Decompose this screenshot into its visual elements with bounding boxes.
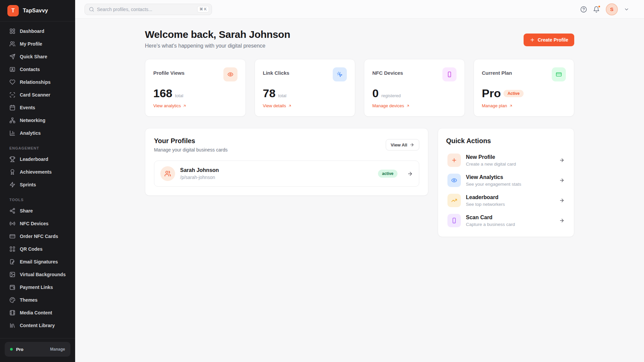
create-profile-button[interactable]: Create Profile bbox=[524, 34, 574, 46]
sidebar-item-my-profile[interactable]: My Profile bbox=[3, 38, 72, 50]
credit-card-icon bbox=[9, 233, 15, 239]
eye-icon bbox=[447, 174, 461, 187]
view-details-link[interactable]: View details bbox=[263, 103, 347, 108]
search-field[interactable]: ⌘ K bbox=[85, 4, 212, 15]
sidebar-item-sprints[interactable]: Sprints bbox=[3, 178, 72, 191]
your-profiles-card: Your Profiles Manage your digital busine… bbox=[145, 128, 428, 196]
stat-label: NFC Devices bbox=[372, 70, 403, 76]
quick-action-scan-card[interactable]: Scan Card Capture a business card bbox=[446, 213, 566, 228]
arrow-right-icon bbox=[559, 218, 565, 223]
brand: T TapSavvy bbox=[0, 0, 75, 21]
sidebar-item-analytics[interactable]: Analytics bbox=[3, 127, 72, 139]
sidebar-item-quick-share[interactable]: Quick Share bbox=[3, 50, 72, 63]
sidebar-item-label: Relationships bbox=[20, 79, 51, 85]
plan-name: Pro bbox=[16, 347, 47, 352]
stat-label: Current Plan bbox=[482, 70, 512, 76]
sidebar-item-achievements[interactable]: Achievements bbox=[3, 166, 72, 178]
arrow-up-right-icon bbox=[509, 104, 513, 108]
arrow-up-right-icon bbox=[288, 104, 292, 108]
profile-status-badge: active bbox=[378, 170, 397, 178]
zap-icon bbox=[9, 182, 15, 188]
quick-action-leaderboard[interactable]: Leaderboard See top networkers bbox=[446, 193, 566, 208]
quick-action-title: New Profile bbox=[466, 154, 516, 160]
trophy-icon bbox=[9, 156, 15, 162]
sidebar-item-label: Media Content bbox=[20, 310, 52, 315]
sidebar-item-leaderboard[interactable]: Leaderboard bbox=[3, 153, 72, 166]
file-signature-icon bbox=[9, 259, 15, 265]
sidebar-item-qr-codes[interactable]: QR Codes bbox=[3, 243, 72, 255]
quick-action-title: Leaderboard bbox=[466, 194, 505, 200]
smartphone-icon bbox=[447, 214, 461, 227]
sidebar-item-content-library[interactable]: Content Library bbox=[3, 319, 72, 332]
network-icon bbox=[9, 117, 15, 123]
search-shortcut-badge: ⌘ K bbox=[197, 6, 209, 12]
dashboard-grid-icon bbox=[9, 28, 15, 34]
smartphone-icon bbox=[442, 67, 457, 81]
manage-plan-link[interactable]: Manage plan bbox=[482, 103, 566, 108]
medal-icon bbox=[9, 169, 15, 175]
page-title: Welcome back, Sarah Johnson bbox=[145, 29, 290, 40]
quick-action-new-profile[interactable]: New Profile Create a new digital card bbox=[446, 153, 566, 168]
stat-label: Link Clicks bbox=[263, 70, 289, 76]
notifications-bell-icon[interactable] bbox=[593, 6, 600, 13]
sidebar-divider bbox=[0, 338, 75, 339]
cursor-click-icon bbox=[333, 67, 347, 81]
sidebar-item-events[interactable]: Events bbox=[3, 101, 72, 114]
share-nodes-icon bbox=[9, 208, 15, 214]
view-analytics-link[interactable]: View analytics bbox=[153, 103, 237, 108]
sidebar-item-networking[interactable]: Networking bbox=[3, 114, 72, 127]
sidebar-item-label: Card Scanner bbox=[20, 92, 50, 98]
sidebar-item-dashboard[interactable]: Dashboard bbox=[3, 25, 72, 38]
sidebar-item-label: Contacts bbox=[20, 67, 40, 72]
sidebar: T TapSavvy Dashboard My Profile Quick Sh… bbox=[0, 0, 75, 362]
profile-list-item[interactable]: Sarah Johnson /p/sarah-johnson active bbox=[154, 161, 419, 187]
sidebar-item-label: QR Codes bbox=[20, 246, 43, 252]
sidebar-item-email-signatures[interactable]: Email Signatures bbox=[3, 255, 72, 268]
sidebar-item-label: NFC Devices bbox=[20, 221, 49, 226]
sidebar-item-themes[interactable]: Themes bbox=[3, 294, 72, 306]
stat-card-nfc-devices: NFC Devices 0 registered Manage devices bbox=[364, 59, 465, 117]
quick-action-view-analytics[interactable]: View Analytics See your engagement stats bbox=[446, 173, 566, 188]
sidebar-item-virtual-backgrounds[interactable]: Virtual Backgrounds bbox=[3, 268, 72, 281]
sidebar-item-share[interactable]: Share bbox=[3, 204, 72, 217]
sidebar-item-payment-links[interactable]: Payment Links bbox=[3, 281, 72, 294]
profiles-title: Your Profiles bbox=[154, 137, 227, 145]
arrow-right-icon[interactable] bbox=[407, 171, 413, 177]
arrow-up-right-icon bbox=[182, 104, 186, 108]
stat-card-link-clicks: Link Clicks 78 total View details bbox=[255, 59, 356, 117]
page-subtitle: Here's what's happening with your digita… bbox=[145, 43, 290, 49]
eye-icon bbox=[223, 67, 237, 81]
qr-code-icon bbox=[9, 246, 15, 252]
sidebar-item-label: Dashboard bbox=[20, 28, 44, 34]
user-avatar[interactable]: S bbox=[606, 3, 618, 15]
sidebar-item-relationships[interactable]: Relationships bbox=[3, 76, 72, 88]
plus-icon bbox=[447, 154, 461, 167]
sidebar-item-label: Leaderboard bbox=[20, 157, 48, 162]
profile-name: Sarah Johnson bbox=[180, 167, 219, 173]
profiles-subtitle: Manage your digital business cards bbox=[154, 147, 227, 153]
wallet-icon bbox=[9, 284, 15, 290]
sidebar-item-order-nfc-cards[interactable]: Order NFC Cards bbox=[3, 230, 72, 243]
chevron-down-icon[interactable] bbox=[624, 7, 629, 12]
sidebar-section-engagement: ENGAGEMENT bbox=[3, 139, 72, 153]
sidebar-item-card-scanner[interactable]: Card Scanner bbox=[3, 88, 72, 101]
sidebar-item-label: Networking bbox=[20, 118, 45, 123]
plan-footer: Pro Manage bbox=[5, 342, 70, 357]
view-all-button[interactable]: View All bbox=[386, 139, 419, 150]
sidebar-item-label: Email Signatures bbox=[20, 259, 58, 264]
topbar: ⌘ K S bbox=[75, 0, 644, 19]
arrow-right-icon bbox=[410, 142, 414, 147]
sidebar-item-label: My Profile bbox=[20, 41, 42, 47]
brand-logo: T bbox=[7, 5, 19, 16]
manage-plan-button[interactable]: Manage bbox=[50, 347, 65, 352]
sidebar-item-media-content[interactable]: Media Content bbox=[3, 306, 72, 319]
search-input[interactable] bbox=[97, 7, 195, 12]
help-icon[interactable] bbox=[580, 6, 587, 13]
brand-name: TapSavvy bbox=[23, 8, 48, 14]
sidebar-item-nfc-devices[interactable]: NFC Devices bbox=[3, 217, 72, 230]
film-icon bbox=[9, 310, 15, 316]
sidebar-item-contacts[interactable]: Contacts bbox=[3, 63, 72, 76]
manage-devices-link[interactable]: Manage devices bbox=[372, 103, 457, 108]
sidebar-item-label: Share bbox=[20, 208, 33, 214]
image-icon bbox=[9, 272, 15, 278]
